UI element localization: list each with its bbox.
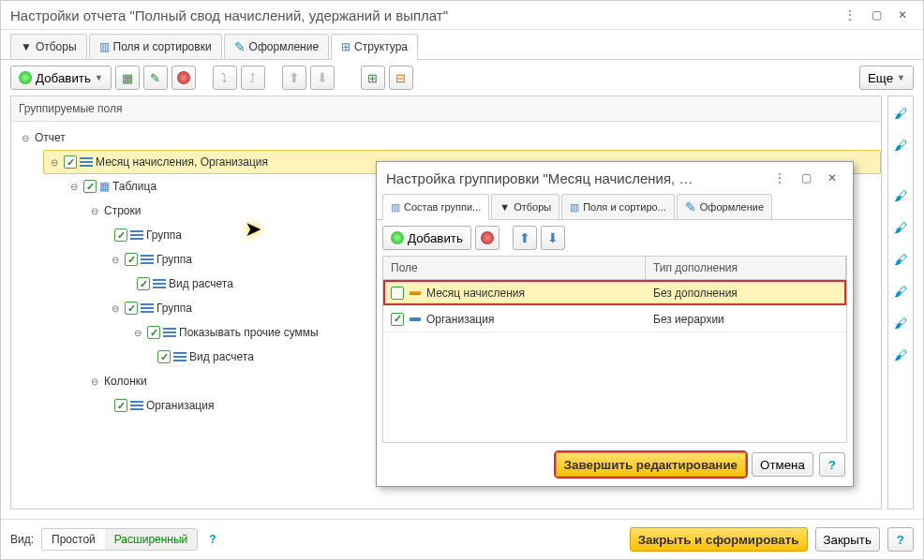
node-label: Колонки	[104, 375, 147, 388]
tab-filters[interactable]: ▼ Отборы	[10, 34, 87, 59]
chevron-down-icon: ▼	[897, 73, 905, 82]
brush-icon[interactable]: 🖌	[894, 347, 907, 362]
grid-row[interactable]: Месяц начисления Без дополнения	[383, 280, 846, 306]
group-icon	[163, 328, 176, 337]
checkbox[interactable]	[157, 350, 171, 363]
brush-icon[interactable]: 🖌	[894, 220, 907, 235]
design-strip: 🖌 🖌 🖌 🖌 🖌 🖌 🖌 🖌	[887, 96, 914, 509]
checkbox[interactable]	[83, 180, 97, 193]
close-icon[interactable]: ✕	[891, 7, 914, 23]
menu-icon[interactable]: ⋮	[839, 7, 861, 23]
checkbox[interactable]	[147, 326, 160, 339]
edit-button[interactable]: ✎	[143, 66, 168, 90]
node-label: Организация	[146, 399, 214, 412]
grid-row[interactable]: Организация Без иерархии	[383, 306, 846, 332]
maximize-icon[interactable]: ▢	[865, 7, 887, 23]
checkbox[interactable]	[125, 253, 138, 266]
brush-icon[interactable]: 🖌	[894, 106, 907, 121]
grouping-popup: Настройка группировки "Месяц начисления,…	[376, 161, 854, 487]
delete-icon	[481, 231, 494, 244]
help-button[interactable]: ?	[887, 527, 914, 552]
group-icon	[141, 303, 154, 313]
popup-tab-composition[interactable]: ▥ Состав группи...	[382, 194, 489, 220]
brush-icon[interactable]: 🖌	[894, 138, 907, 153]
expander-icon[interactable]: ⊖	[67, 180, 81, 193]
brush-icon[interactable]: 🖌	[894, 188, 907, 203]
more-button[interactable]: Еще ▼	[859, 66, 914, 90]
expander-icon[interactable]: ⊖	[109, 253, 122, 266]
node-label: Показывать прочие суммы	[179, 326, 319, 339]
node-label: Месяц начисления, Организация	[96, 155, 268, 169]
main-tabs: ▼ Отборы ▥ Поля и сортировки ✎ Оформлени…	[1, 30, 923, 60]
plus-icon	[19, 71, 32, 84]
tab-label: Поля и сортировки	[113, 40, 212, 53]
brush-icon: ✎	[234, 39, 246, 54]
checkbox[interactable]	[114, 399, 127, 412]
close-button[interactable]: Закрыть	[815, 527, 880, 552]
move-down-button[interactable]: ⬇	[310, 66, 335, 90]
tab-design[interactable]: ✎ Оформление	[224, 34, 329, 59]
group-button[interactable]: ▦	[115, 66, 140, 90]
popup-down-button[interactable]: ⬇	[541, 226, 565, 250]
checkbox[interactable]	[137, 277, 150, 290]
tab-label: Поля и сортиро...	[583, 201, 666, 213]
close-generate-button[interactable]: Закрыть и сформировать	[630, 527, 808, 552]
cell-field: Организация	[426, 313, 494, 326]
checkbox[interactable]	[64, 155, 77, 169]
view-advanced[interactable]: Расширенный	[105, 529, 198, 550]
expander-icon[interactable]: ⊖	[88, 375, 101, 388]
popup-up-button[interactable]: ⬆	[513, 226, 537, 250]
expander-icon[interactable]: ⊖	[109, 302, 122, 315]
fields-grid: Поле Тип дополнения Месяц начисления Без…	[382, 256, 847, 443]
help-icon[interactable]: ?	[205, 533, 219, 546]
titlebar: Настройки отчета "Полный свод начислений…	[1, 1, 923, 30]
checkbox[interactable]	[125, 302, 138, 315]
tree-icon: ⊞	[341, 40, 350, 53]
menu-icon[interactable]: ⋮	[768, 169, 791, 186]
popup-tab-fields[interactable]: ▥ Поля и сортиро...	[561, 194, 675, 219]
tab-label: Состав группи...	[404, 201, 481, 213]
panel-header: Группируемые поля	[11, 96, 881, 122]
tab-fields[interactable]: ▥ Поля и сортировки	[89, 34, 222, 59]
checkbox[interactable]	[114, 228, 127, 242]
brush-icon[interactable]: 🖌	[894, 252, 907, 267]
link2-button[interactable]: ⤴	[241, 66, 265, 90]
checkbox[interactable]	[391, 287, 404, 300]
add-button[interactable]: Добавить ▼	[10, 66, 112, 90]
button-label: Завершить редактирование	[564, 458, 738, 472]
brush-icon[interactable]: 🖌	[894, 316, 907, 331]
expander-icon[interactable]: ⊖	[48, 155, 61, 169]
help-button[interactable]: ?	[819, 452, 845, 477]
node-label: Группа	[156, 302, 192, 315]
move-up-button[interactable]: ⬆	[282, 66, 306, 90]
cancel-button[interactable]: Отмена	[752, 452, 813, 477]
tree-node-report[interactable]: ⊖ Отчет	[11, 125, 881, 150]
popup-add-button[interactable]: Добавить	[382, 226, 471, 250]
collapse-icon: ⊟	[395, 71, 406, 85]
cell-field: Месяц начисления	[426, 287, 525, 300]
group-icon	[130, 401, 143, 410]
maximize-icon[interactable]: ▢	[795, 169, 817, 186]
expander-icon[interactable]: ⊖	[131, 326, 144, 339]
collapse-button[interactable]: ⊟	[389, 66, 413, 90]
checkbox[interactable]	[391, 313, 404, 326]
expand-button[interactable]: ⊞	[361, 66, 385, 90]
brush-icon[interactable]: 🖌	[894, 284, 907, 299]
popup-delete-button[interactable]	[475, 226, 499, 250]
expander-icon[interactable]: ⊖	[19, 131, 32, 144]
popup-tab-design[interactable]: ✎ Оформление	[677, 194, 772, 219]
tab-label: Структура	[354, 40, 408, 53]
tab-structure[interactable]: ⊞ Структура	[331, 34, 418, 60]
node-label: Таблица	[112, 180, 156, 193]
view-simple[interactable]: Простой	[42, 529, 105, 550]
group-icon	[130, 230, 143, 240]
link1-button[interactable]: ⤵	[213, 66, 237, 90]
chevron-down-icon: ▼	[95, 73, 103, 82]
expander-icon[interactable]: ⊖	[88, 204, 101, 217]
close-icon[interactable]: ✕	[821, 169, 843, 186]
tab-label: Отборы	[514, 201, 551, 213]
finish-editing-button[interactable]: Завершить редактирование	[556, 452, 746, 477]
delete-button[interactable]	[171, 66, 196, 90]
columns-icon: ▥	[99, 40, 110, 53]
popup-tab-filters[interactable]: ▼ Отборы	[491, 194, 559, 219]
